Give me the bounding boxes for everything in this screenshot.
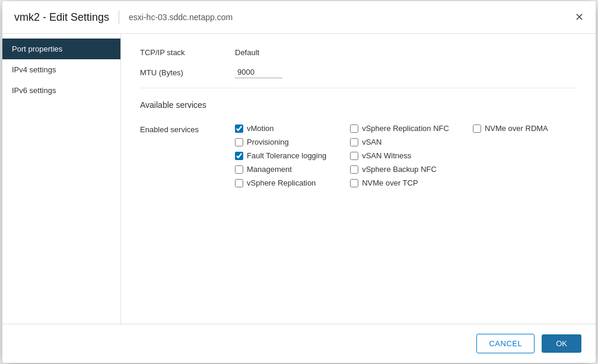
close-button[interactable]: ✕ [572,9,586,25]
dialog-body: Port properties IPv4 settings IPv6 setti… [2,34,596,324]
checkbox-vsan-witness[interactable] [350,152,358,160]
available-services-title: Available services [140,100,577,114]
checkbox-vsphere-backup-nfc[interactable] [350,165,358,174]
sidebar: Port properties IPv4 settings IPv6 setti… [2,34,121,324]
tcpip-stack-label: TCP/IP stack [140,48,235,57]
checkbox-nvme-over-tcp[interactable] [350,179,358,187]
service-fault-tolerance-label: Fault Tolerance logging [247,151,326,160]
sidebar-item-ipv6-settings[interactable]: IPv6 settings [2,80,120,101]
checkbox-provisioning[interactable] [235,138,243,146]
tcpip-stack-value: Default [235,48,259,57]
services-columns: vMotion Provisioning Fault Tolerance log… [235,124,548,187]
service-vsan-witness-label: vSAN Witness [362,151,411,160]
service-management[interactable]: Management [235,165,326,174]
services-col-1: vMotion Provisioning Fault Tolerance log… [235,124,326,187]
services-col-2: vSphere Replication NFC vSAN vSAN Witnes… [350,124,449,187]
dialog-header: vmk2 - Edit Settings esxi-hc-03.sddc.net… [2,1,596,34]
checkbox-vmotion[interactable] [235,124,243,133]
service-vsphere-replication-nfc[interactable]: vSphere Replication NFC [350,124,449,133]
service-provisioning[interactable]: Provisioning [235,138,326,146]
mtu-row: MTU (Bytes) [140,66,577,78]
ok-button[interactable]: OK [542,334,581,353]
service-fault-tolerance[interactable]: Fault Tolerance logging [235,151,326,160]
service-vsan-witness[interactable]: vSAN Witness [350,151,449,160]
service-provisioning-label: Provisioning [247,138,289,146]
edit-settings-dialog: vmk2 - Edit Settings esxi-hc-03.sddc.net… [2,1,596,363]
sidebar-item-port-properties[interactable]: Port properties [2,39,120,59]
service-vsphere-replication-nfc-label: vSphere Replication NFC [362,124,449,133]
dialog-subtitle: esxi-hc-03.sddc.netapp.com [129,12,233,22]
checkbox-vsphere-replication-nfc[interactable] [350,124,358,133]
services-row: Enabled services vMotion Provisioning [140,124,577,187]
service-nvme-over-tcp[interactable]: NVMe over TCP [350,178,449,187]
service-vsan[interactable]: vSAN [350,138,449,146]
service-vmotion-label: vMotion [247,124,274,133]
service-vmotion[interactable]: vMotion [235,124,326,133]
dialog-title: vmk2 - Edit Settings [14,11,109,24]
dialog-footer: CANCEL OK [2,324,596,363]
sidebar-item-ipv4-settings[interactable]: IPv4 settings [2,59,120,80]
service-vsphere-replication-label: vSphere Replication [247,178,316,187]
service-vsphere-backup-nfc-label: vSphere Backup NFC [362,165,437,174]
content-divider [140,88,577,88]
service-vsphere-replication[interactable]: vSphere Replication [235,178,326,187]
service-vsan-label: vSAN [362,138,381,146]
cancel-button[interactable]: CANCEL [476,334,535,353]
checkbox-vsan[interactable] [350,138,358,146]
checkbox-management[interactable] [235,165,243,174]
service-nvme-over-tcp-label: NVMe over TCP [362,178,418,187]
mtu-label: MTU (Bytes) [140,68,235,77]
service-vsphere-backup-nfc[interactable]: vSphere Backup NFC [350,165,449,174]
available-services-section: Available services Enabled services vMot… [140,100,577,187]
checkbox-fault-tolerance[interactable] [235,152,243,160]
service-nvme-over-rdma-label: NVMe over RDMA [485,124,548,133]
services-col-3: NVMe over RDMA [473,124,548,187]
mtu-input[interactable] [235,66,282,78]
service-management-label: Management [247,165,292,174]
header-separator [119,11,119,24]
main-content: TCP/IP stack Default MTU (Bytes) Availab… [121,34,596,324]
enabled-services-label: Enabled services [140,124,235,134]
service-nvme-over-rdma[interactable]: NVMe over RDMA [473,124,548,133]
checkbox-nvme-over-rdma[interactable] [473,124,481,133]
checkbox-vsphere-replication[interactable] [235,179,243,187]
tcpip-stack-row: TCP/IP stack Default [140,48,577,57]
